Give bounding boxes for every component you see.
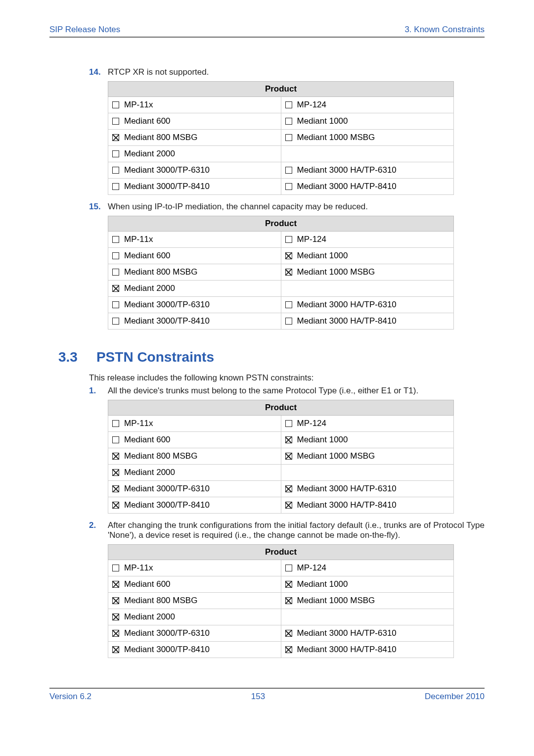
product-label: MP-124 [297,100,327,110]
checkbox-icon [112,646,119,653]
product-label: Mediant 1000 MSBG [297,267,375,277]
item-text: When using IP-to-IP mediation, the chann… [108,202,485,212]
checkbox-icon [285,118,292,125]
checkbox-icon [112,269,119,276]
item-text: After changing the trunk configurations … [108,520,485,540]
table-cell: Mediant 1000 MSBG [281,264,454,281]
table-cell: MP-11x [108,97,281,113]
product-label: Mediant 3000 HA/TP-6310 [297,300,397,310]
product-cell: MP-124 [285,100,450,110]
product-header: Product [108,400,454,416]
header-right: 3. Known Constraints [404,25,485,35]
table-cell: Mediant 800 MSBG [108,264,281,281]
product-table-15: Product MP-11xMP-124Mediant 600Mediant 1… [108,216,454,330]
product-table-p1: Product MP-11xMP-124Mediant 600Mediant 1… [108,400,454,514]
product-label: Mediant 3000 HA/TP-6310 [297,484,397,494]
constraint-item-14: 14. RTCP XR is not supported. [89,67,485,77]
product-label: Mediant 3000/TP-8410 [124,645,210,655]
product-label: Mediant 2000 [124,284,175,293]
table-cell: Mediant 800 MSBG [108,448,281,465]
checkbox-icon [285,646,292,653]
checkbox-icon [285,565,292,571]
checkbox-icon [112,318,119,325]
product-label: Mediant 3000/TP-8410 [124,500,210,510]
checkbox-icon [112,167,119,174]
checkbox-icon [285,236,292,243]
product-cell: Mediant 3000 HA/TP-8410 [285,182,450,191]
table-cell: Mediant 2000 [108,465,281,481]
table-cell: Mediant 3000/TP-6310 [108,481,281,497]
product-cell: Mediant 3000 HA/TP-6310 [285,300,450,310]
table-cell: MP-11x [108,560,281,576]
footer-left: Version 6.2 [49,692,91,702]
checkbox-icon [285,597,292,604]
checkbox-icon [112,614,119,620]
table-cell: Mediant 3000 HA/TP-6310 [281,625,454,642]
product-label: Mediant 800 MSBG [124,133,197,142]
item-number: 14. [89,67,108,77]
product-cell: Mediant 3000/TP-8410 [112,500,277,510]
product-label: Mediant 3000 HA/TP-6310 [297,165,397,175]
table-cell [281,281,454,297]
product-cell: Mediant 600 [112,435,277,445]
product-header: Product [108,216,454,232]
product-cell: Mediant 600 [112,116,277,126]
table-cell: MP-11x [108,416,281,432]
product-label: MP-11x [124,563,153,573]
product-label: Mediant 3000/TP-6310 [124,484,210,494]
product-label: MP-11x [124,419,153,428]
product-table-p2: Product MP-11xMP-124Mediant 600Mediant 1… [108,544,454,658]
table-cell: Mediant 1000 [281,576,454,593]
table-cell: Mediant 3000 HA/TP-8410 [281,642,454,658]
product-label: Mediant 3000/TP-8410 [124,182,210,191]
table-cell: Mediant 600 [108,248,281,264]
table-cell: Mediant 2000 [108,146,281,162]
product-label: Mediant 3000/TP-6310 [124,628,210,638]
product-cell: Mediant 1000 [285,579,450,589]
table-cell: Mediant 600 [108,113,281,130]
product-label: Mediant 800 MSBG [124,451,197,461]
product-label: MP-124 [297,235,327,244]
table-cell: MP-11x [108,232,281,248]
checkbox-icon [112,420,119,427]
checkbox-icon [112,101,119,108]
product-cell: Mediant 3000/TP-6310 [112,484,277,494]
product-cell: Mediant 1000 MSBG [285,267,450,277]
table-cell: Mediant 1000 [281,113,454,130]
product-label: Mediant 2000 [124,612,175,622]
product-cell: Mediant 3000 HA/TP-8410 [285,316,450,326]
product-cell: Mediant 3000/TP-8410 [112,182,277,191]
product-cell: Mediant 1000 [285,116,450,126]
product-label: MP-124 [297,419,327,428]
footer-page-number: 153 [91,692,425,702]
item-number: 1. [89,386,108,396]
product-label: Mediant 3000 HA/TP-8410 [297,645,397,655]
product-label: Mediant 3000 HA/TP-8410 [297,500,397,510]
product-cell: Mediant 1000 [285,251,450,261]
product-cell: Mediant 800 MSBG [112,267,277,277]
table-cell: Mediant 3000/TP-8410 [108,497,281,514]
table-cell: Mediant 1000 [281,432,454,448]
checkbox-icon [112,183,119,190]
checkbox-icon [285,630,292,637]
checkbox-icon [285,167,292,174]
checkbox-icon [112,565,119,571]
table-cell: Mediant 3000 HA/TP-6310 [281,162,454,179]
product-label: Mediant 1000 [297,435,348,445]
checkbox-icon [112,436,119,443]
product-label: Mediant 3000/TP-6310 [124,165,210,175]
table-cell: Mediant 1000 [281,248,454,264]
header-left: SIP Release Notes [49,25,120,35]
product-label: Mediant 3000/TP-6310 [124,300,210,310]
item-text: All the device's trunks must belong to t… [108,386,485,396]
checkbox-icon [112,581,119,588]
product-label: Mediant 1000 MSBG [297,133,375,142]
product-label: Mediant 1000 MSBG [297,451,375,461]
table-cell [281,465,454,481]
table-cell: Mediant 3000/TP-6310 [108,297,281,313]
table-cell: Mediant 1000 MSBG [281,593,454,609]
checkbox-icon [285,436,292,443]
table-cell: Mediant 1000 MSBG [281,130,454,146]
checkbox-icon [112,630,119,637]
table-cell [281,146,454,162]
